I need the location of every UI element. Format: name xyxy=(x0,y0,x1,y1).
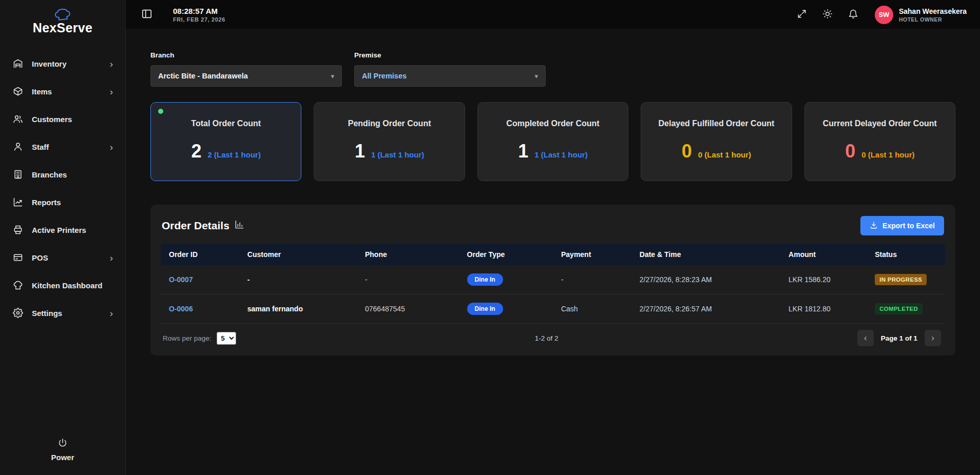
datetime-cell: 2/27/2026, 8:26:57 AM xyxy=(631,294,780,324)
power-label: Power xyxy=(0,453,125,462)
sidebar-item-customers[interactable]: Customers xyxy=(0,105,125,133)
sidebar-item-label: Kitchen Dashboard xyxy=(32,281,113,290)
column-header-datetime[interactable]: Date & Time xyxy=(631,244,780,265)
chevron-right-icon: › xyxy=(931,333,934,343)
export-to-excel-button[interactable]: Export to Excel xyxy=(860,216,944,235)
table-row: O-0006 saman fernando 0766487545 Dine In… xyxy=(161,294,945,324)
order-id-link[interactable]: O-0007 xyxy=(169,275,193,284)
expand-icon xyxy=(797,9,807,21)
stat-card-delayed-fulfilled-orders[interactable]: Delayed Fulfilled Order Count 0 0 (Last … xyxy=(641,102,792,181)
premise-select[interactable]: All Premises ▾ xyxy=(354,65,546,87)
stat-cards: Total Order Count 2 2 (Last 1 hour) Pend… xyxy=(150,102,955,181)
rows-per-page-label: Rows per page: xyxy=(163,334,212,342)
pos-terminal-icon xyxy=(12,252,24,263)
power-button[interactable]: Power xyxy=(0,428,125,475)
sidebar-item-label: Staff xyxy=(32,143,102,151)
sidebar-item-active-printers[interactable]: Active Printers xyxy=(0,216,125,244)
theme-toggle-button[interactable] xyxy=(820,7,835,23)
users-icon xyxy=(12,113,24,125)
stat-subtext: 0 (Last 1 hour) xyxy=(861,150,914,159)
column-header-amount[interactable]: Amount xyxy=(780,244,867,265)
status-badge: IN PROGRESS xyxy=(875,274,927,285)
sidebar-item-kitchen-dashboard[interactable]: Kitchen Dashboard xyxy=(0,271,125,299)
stat-card-total-orders[interactable]: Total Order Count 2 2 (Last 1 hour) xyxy=(150,102,301,181)
column-header-order-type[interactable]: Order Type xyxy=(459,244,553,265)
fullscreen-button[interactable] xyxy=(795,7,809,23)
live-indicator-dot xyxy=(158,109,163,114)
datetime-cell: 2/27/2026, 8:28:23 AM xyxy=(631,265,780,294)
branch-select[interactable]: Arctic Bite - Bandarawela ▾ xyxy=(150,65,342,87)
sidebar-item-reports[interactable]: Reports xyxy=(0,188,125,216)
stat-value: 0 xyxy=(845,141,855,162)
sidebar-item-inventory[interactable]: Inventory › xyxy=(0,50,125,77)
sidebar-toggle-button[interactable] xyxy=(139,6,155,23)
premise-select-value: All Premises xyxy=(362,72,534,80)
chef-hat-icon xyxy=(0,8,125,22)
order-type-badge: Dine In xyxy=(467,303,503,315)
panel-toggle-icon xyxy=(141,8,152,21)
branch-label: Branch xyxy=(150,51,342,59)
chevron-right-icon: › xyxy=(110,142,113,152)
notifications-button[interactable] xyxy=(846,7,860,23)
clock-date: FRI, FEB 27, 2026 xyxy=(173,16,225,23)
clock: 08:28:57 AM FRI, FEB 27, 2026 xyxy=(173,7,225,23)
sidebar: NexServe Inventory › Items › Customers xyxy=(0,0,126,475)
sidebar-item-settings[interactable]: Settings › xyxy=(0,299,125,327)
export-button-label: Export to Excel xyxy=(882,222,935,230)
stat-card-current-delayed-orders[interactable]: Current Delayed Order Count 0 0 (Last 1 … xyxy=(804,102,955,181)
column-header-payment[interactable]: Payment xyxy=(553,244,631,265)
user-name: Sahan Weerasekera xyxy=(899,7,967,15)
column-header-phone[interactable]: Phone xyxy=(357,244,459,265)
stat-value: 1 xyxy=(518,141,528,162)
stat-value: 1 xyxy=(355,141,365,162)
order-details-panel: Order Details Export to Excel Order ID xyxy=(150,205,955,355)
column-header-order-id[interactable]: Order ID xyxy=(161,244,239,265)
stat-card-completed-orders[interactable]: Completed Order Count 1 1 (Last 1 hour) xyxy=(477,102,628,181)
sidebar-item-pos[interactable]: POS › xyxy=(0,244,125,271)
order-type-badge: Dine In xyxy=(467,273,503,286)
sidebar-item-branches[interactable]: Branches xyxy=(0,161,125,188)
previous-page-button[interactable]: ‹ xyxy=(857,330,874,346)
next-page-button[interactable]: › xyxy=(925,330,941,346)
rows-per-page: Rows per page: 5 xyxy=(163,332,236,345)
stat-subtext: 2 (Last 1 hour) xyxy=(208,150,261,159)
sidebar-item-label: Branches xyxy=(32,170,113,179)
chart-icon xyxy=(12,196,24,208)
stat-title: Completed Order Count xyxy=(478,119,628,128)
sidebar-item-staff[interactable]: Staff › xyxy=(0,133,125,161)
order-id-link[interactable]: O-0006 xyxy=(169,305,193,313)
bell-icon xyxy=(848,9,858,21)
chevron-down-icon: ▾ xyxy=(534,72,538,80)
chef-hat-icon xyxy=(12,280,24,291)
user-menu[interactable]: SW Sahan Weerasekera HOTEL OWNER xyxy=(875,6,967,24)
column-header-customer[interactable]: Customer xyxy=(239,244,357,265)
chevron-right-icon: › xyxy=(110,87,113,96)
table-header-row: Order ID Customer Phone Order Type Payme… xyxy=(161,244,945,265)
row-range-info: 1-2 of 2 xyxy=(236,334,857,342)
stat-title: Total Order Count xyxy=(151,119,301,128)
gear-icon xyxy=(12,307,24,319)
main-column: 08:28:57 AM FRI, FEB 27, 2026 SW Sahan W… xyxy=(126,0,980,475)
column-header-status[interactable]: Status xyxy=(867,244,945,265)
sidebar-item-label: POS xyxy=(32,253,102,262)
sidebar-item-label: Customers xyxy=(32,115,113,124)
table-footer: Rows per page: 5 1-2 of 2 ‹ Page 1 of 1 … xyxy=(161,324,945,352)
sidebar-item-label: Inventory xyxy=(32,60,102,68)
page-info: Page 1 of 1 xyxy=(881,334,917,342)
brand-name: NexServe xyxy=(0,21,125,35)
order-details-title: Order Details xyxy=(162,220,244,232)
orders-table: Order ID Customer Phone Order Type Payme… xyxy=(161,244,945,324)
stat-subtext: 1 (Last 1 hour) xyxy=(534,150,587,159)
inventory-icon xyxy=(12,58,24,69)
avatar: SW xyxy=(875,6,893,24)
stat-subtext: 1 (Last 1 hour) xyxy=(371,150,424,159)
sidebar-item-items[interactable]: Items › xyxy=(0,77,125,105)
stat-value: 0 xyxy=(682,141,692,162)
dashboard-content: Branch Arctic Bite - Bandarawela ▾ Premi… xyxy=(126,30,980,475)
stat-card-pending-orders[interactable]: Pending Order Count 1 1 (Last 1 hour) xyxy=(314,102,465,181)
user-info: Sahan Weerasekera HOTEL OWNER xyxy=(899,7,967,23)
printer-icon xyxy=(12,224,24,235)
brand-logo[interactable]: NexServe xyxy=(0,0,125,43)
topbar: 08:28:57 AM FRI, FEB 27, 2026 SW Sahan W… xyxy=(126,0,980,30)
rows-per-page-select[interactable]: 5 xyxy=(217,332,236,345)
